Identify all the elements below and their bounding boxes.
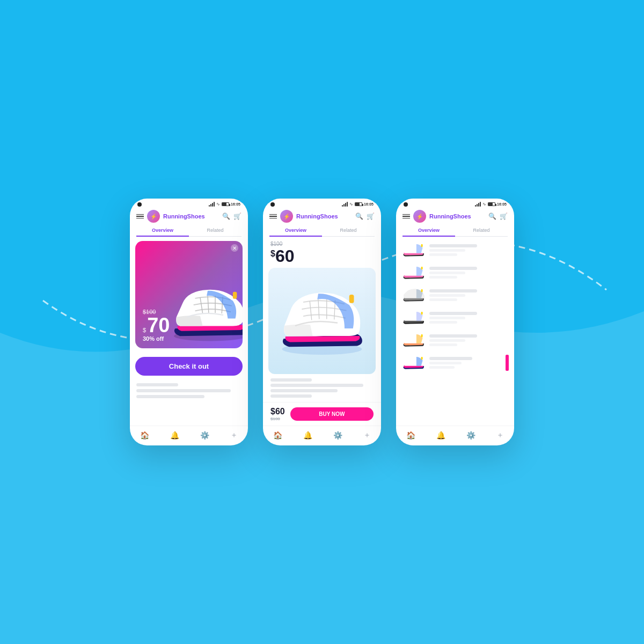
brand-name: RunningShoes — [163, 213, 219, 219]
list-item[interactable] — [396, 352, 514, 374]
tab-related-3[interactable]: Related — [455, 225, 508, 237]
list-shoe-thumb — [401, 332, 425, 348]
bottom-nav-3: 🏠 🔔 ⚙️ ＋ — [396, 426, 514, 445]
time-display: 16:05 — [231, 202, 240, 206]
brand-logo-icon-2: ⚡ — [283, 214, 290, 219]
list-item[interactable] — [396, 306, 514, 329]
skeleton-sub2 — [429, 343, 457, 346]
home-nav-icon-2[interactable]: 🏠 — [273, 431, 282, 440]
brand-name-part1: Running — [163, 213, 187, 219]
cart-icon-2[interactable]: 🛒 — [367, 213, 375, 220]
home-nav-icon-3[interactable]: 🏠 — [406, 431, 415, 440]
brand-logo: ⚡ — [147, 210, 160, 223]
list-item[interactable] — [396, 329, 514, 352]
status-indicators-3: ∿ 16:05 — [475, 202, 507, 207]
promo-close-button[interactable]: ✕ — [231, 244, 238, 252]
phone-3-list: ∿ 16:05 ⚡ RunningShoes 🔍 🛒 Over — [396, 199, 514, 445]
status-indicators-1: ∿ 16:05 — [209, 202, 240, 207]
settings-nav-icon-2[interactable]: ⚙️ — [333, 431, 342, 440]
skeleton-line — [270, 378, 312, 382]
cart-icon[interactable]: 🛒 — [233, 213, 241, 220]
list-shoe-thumb — [401, 265, 425, 281]
promo-card: ✕ $100 $ 70 30% off — [135, 241, 243, 348]
product-list — [396, 237, 514, 426]
battery-icon-2 — [355, 202, 362, 206]
skeleton-title — [429, 289, 477, 292]
brand-logo-icon: ⚡ — [150, 214, 157, 219]
status-bar-1: ∿ 16:05 — [130, 199, 248, 208]
list-shoe-thumb — [401, 310, 425, 326]
svg-rect-5 — [233, 292, 237, 299]
buy-bar: $60 $100 BUY NOW — [263, 402, 381, 426]
skeleton-title — [429, 312, 477, 315]
cart-icon-3[interactable]: 🛒 — [500, 213, 508, 220]
brand-name-p1-2: Running — [296, 213, 320, 219]
product-info-skeletons — [263, 374, 381, 402]
bottom-nav-2: 🏠 🔔 ⚙️ ＋ — [263, 426, 381, 445]
nav-bar-3: ⚡ RunningShoes 🔍 🛒 — [396, 208, 514, 225]
tab-related-2[interactable]: Related — [322, 225, 375, 237]
home-nav-icon[interactable]: 🏠 — [140, 431, 149, 440]
search-icon-2[interactable]: 🔍 — [355, 213, 363, 220]
check-out-button[interactable]: Check it out — [135, 357, 243, 376]
bell-nav-icon[interactable]: 🔔 — [170, 431, 179, 440]
brand-logo-icon-3: ⚡ — [416, 214, 423, 219]
tab-related-1[interactable]: Related — [189, 225, 241, 237]
status-bar-2: ∿ 16:05 — [263, 199, 381, 208]
signal-icon-2 — [342, 202, 348, 207]
list-item[interactable] — [396, 284, 514, 306]
list-item[interactable] — [396, 261, 514, 284]
add-nav-icon[interactable]: ＋ — [230, 430, 238, 440]
tab-overview-2[interactable]: Overview — [269, 225, 322, 237]
bell-nav-icon-2[interactable]: 🔔 — [303, 431, 312, 440]
skeleton-sub — [429, 317, 465, 319]
nav-icons-1: 🔍 🛒 — [222, 213, 241, 220]
svg-rect-11 — [349, 295, 354, 303]
add-nav-icon-3[interactable]: ＋ — [496, 430, 504, 440]
nav-icons-2: 🔍 🛒 — [355, 213, 375, 220]
buy-now-button[interactable]: BUY NOW — [290, 407, 374, 421]
wifi-icon-2: ∿ — [349, 202, 353, 207]
hamburger-menu-2[interactable] — [269, 214, 277, 219]
tabs-3: Overview Related — [402, 225, 508, 237]
svg-rect-13 — [421, 267, 423, 269]
bottom-nav-1: 🏠 🔔 ⚙️ ＋ — [130, 426, 248, 445]
hamburger-menu[interactable] — [136, 214, 144, 219]
search-icon[interactable]: 🔍 — [222, 213, 230, 220]
skeleton-line — [136, 383, 178, 386]
product-detail-content: $100 $60 — [263, 237, 381, 402]
battery-icon-3 — [488, 202, 495, 206]
product-price-area: $100 $60 — [263, 237, 381, 268]
list-item[interactable] — [396, 239, 514, 261]
tab-overview-1[interactable]: Overview — [136, 225, 189, 237]
promo-sale-price: 70 — [147, 315, 170, 335]
front-camera-3 — [404, 202, 408, 207]
settings-nav-icon[interactable]: ⚙️ — [200, 431, 209, 440]
front-camera-1 — [137, 202, 142, 207]
tab-overview-3[interactable]: Overview — [402, 225, 455, 237]
brand-name-2: RunningShoes — [296, 213, 352, 219]
tabs-2: Overview Related — [269, 225, 375, 237]
list-shoe-thumb — [401, 287, 425, 303]
phone-1-promo: ∿ 16:05 ⚡ RunningShoes 🔍 🛒 — [130, 199, 248, 445]
status-bar-3: ∿ 16:05 — [396, 199, 514, 208]
product-image-area — [268, 268, 376, 374]
search-icon-3[interactable]: 🔍 — [488, 213, 496, 220]
add-nav-icon-2[interactable]: ＋ — [363, 430, 371, 440]
skeleton-title — [429, 267, 477, 270]
skeleton-line — [136, 389, 231, 392]
skeleton-sub — [429, 294, 465, 297]
nav-bar-2: ⚡ RunningShoes 🔍 🛒 — [263, 208, 381, 225]
skeleton-title — [429, 334, 477, 338]
list-item-info — [429, 289, 509, 301]
front-camera-2 — [270, 202, 275, 207]
sale-price-number: 60 — [275, 246, 295, 266]
bell-nav-icon-3[interactable]: 🔔 — [436, 431, 445, 440]
skeleton-sub2 — [429, 253, 457, 256]
list-item-info — [429, 334, 509, 346]
hamburger-menu-3[interactable] — [402, 214, 410, 219]
sale-price-large: $60 — [270, 247, 374, 266]
list-shoe-thumb — [401, 355, 425, 371]
skeleton-sub — [429, 362, 462, 364]
settings-nav-icon-3[interactable]: ⚙️ — [466, 431, 475, 440]
